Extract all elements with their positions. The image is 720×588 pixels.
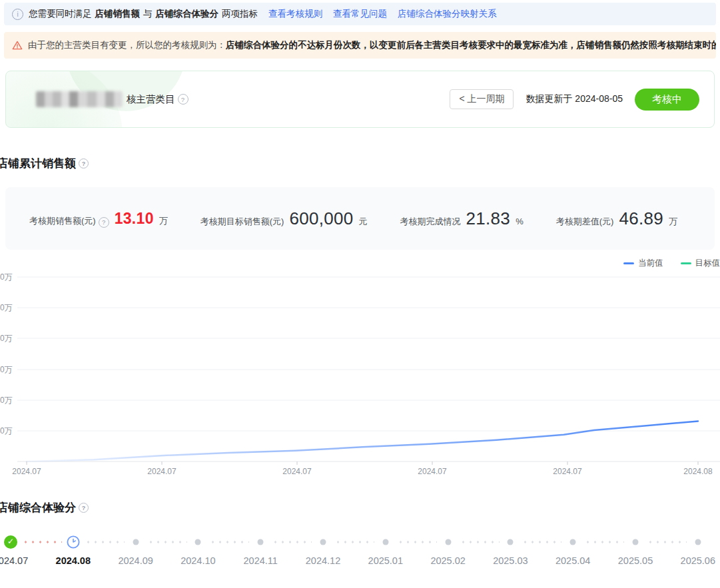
info-joiner: 与 [143,8,153,20]
timeline-label: 2025.02 [430,555,465,566]
x-axis-label: 2024.07 [553,467,581,476]
status-badge: 考核中 [635,89,699,111]
timeline-connector [272,541,312,543]
metric-label-text: 考核期目标销售额(元) [200,216,284,228]
dot-icon [442,535,455,549]
timeline-node-2024-11[interactable]: 2024.11 [254,535,267,549]
timeline-label: 2024.07 [0,555,28,566]
timeline-label: 2024.12 [306,555,340,566]
timeline-connector [22,541,62,543]
info-metric-experience: 店铺综合体验分 [156,8,219,20]
timeline-label: 2025.03 [493,555,528,566]
sales-section-title: 店铺累计销售额 ? [0,156,720,171]
masked-store-name [36,91,123,107]
category-label: 核主营类目 ? [127,93,188,106]
metric-value: 21.83 [466,208,511,229]
metric-gap: 考核期差值(元) 46.89 万 [556,208,677,229]
help-icon[interactable]: ? [79,503,89,513]
timeline-node-2024-07[interactable]: 2024.07 [4,535,17,549]
timeline-connector [334,541,374,543]
timeline-label: 2025.05 [618,555,653,566]
link-view-rules[interactable]: 查看考核规则 [268,8,322,20]
sales-title-text: 店铺累计销售额 [0,156,76,171]
timeline-connector [397,541,437,543]
help-icon[interactable]: ? [99,217,109,228]
warning-text-prefix: 由于您的主营类目有变更，所以您的考核规则为： [28,39,226,51]
metric-target-sales: 考核期目标销售额(元) 600,000 元 [200,208,368,229]
target-line-swatch [681,262,691,264]
metric-unit: 万 [159,215,168,227]
x-axis-label: 2024.07 [282,467,311,476]
metric-label-text: 考核期差值(元) [556,216,614,228]
dot-icon [129,535,143,549]
timeline-label: 2024.08 [56,555,91,566]
metric-value: 600,000 [289,208,353,229]
info-metric-sales: 店铺销售额 [95,8,141,20]
clock-icon [67,535,80,549]
info-banner-text: 您需要同时满足 店铺销售额 与 店铺综合体验分 两项指标 [29,8,258,20]
timeline-connector [85,541,125,543]
timeline-node-2025-04[interactable]: 2025.04 [566,535,579,549]
metric-period-sales: 考核期销售额(元) ? 13.10 万 [29,210,168,228]
timeline-label: 2025.06 [681,555,715,566]
x-axis-label: 2024.07 [12,467,41,476]
timeline-connector [647,541,687,543]
prev-period-button[interactable]: < 上一周期 [450,89,514,109]
timeline-node-2024-09[interactable]: 2024.09 [129,535,143,549]
assessment-page: i 您需要同时满足 店铺销售额 与 店铺综合体验分 两项指标 查看考核规则 查看… [0,0,720,588]
timeline-node-2025-02[interactable]: 2025.02 [442,535,455,549]
experience-section-title: 店铺综合体验分 ? [0,500,720,515]
dot-icon [691,535,705,549]
dot-icon [316,535,330,549]
timeline-node-2025-05[interactable]: 2025.05 [629,535,642,549]
warning-banner: 由于您的主营类目有变更，所以您的考核规则为： 店铺综合体验分的不达标月份次数，以… [4,32,716,59]
help-icon[interactable]: ? [79,158,89,168]
metric-completion: 考核期完成情况 21.83 % [400,208,524,229]
timeline-node-2024-12[interactable]: 2024.12 [316,535,330,549]
info-text-suffix: 两项指标 [222,8,258,20]
data-updated-text: 数据更新于 2024-08-05 [526,93,623,105]
timeline-node-2025-01[interactable]: 2025.01 [379,535,392,549]
metric-value: 46.89 [619,208,663,229]
dot-icon [629,535,642,549]
timeline-connector [584,541,624,543]
link-score-mapping[interactable]: 店铺综合体验分映射关系 [398,8,497,20]
metric-unit: 万 [669,216,677,228]
link-view-faq[interactable]: 查看常见问题 [333,8,387,20]
help-icon[interactable]: ? [178,94,188,105]
timeline-node-2024-08[interactable]: 2024.08 [67,535,80,549]
dot-icon [566,535,579,549]
timeline-node-2025-03[interactable]: 2025.03 [504,535,517,549]
dot-icon [254,535,267,549]
metric-label: 考核期销售额(元) ? [29,215,109,227]
score-timeline: 2024.07 2024.08 2024.09 2024.10 2024.11 [0,530,720,577]
timeline-connector [460,541,500,543]
metric-label-text: 考核期销售额(元) [29,215,96,227]
info-text-prefix: 您需要同时满足 [29,8,92,20]
x-axis-label: 2024.07 [418,467,446,476]
x-axis-label: 2024.08 [683,467,712,476]
dot-icon [504,535,517,549]
x-axis-ticks [27,461,698,465]
timeline-label: 2025.04 [555,555,590,566]
check-icon [4,535,17,549]
category-label-text: 核主营类目 [127,93,175,106]
sales-trend-chart-area: 当前值 目标值 0万 0万 0万 0万 0万 0万 [0,256,720,479]
timeline-label: 2024.10 [180,555,215,566]
timeline-label: 2024.11 [244,555,278,566]
info-banner: i 您需要同时满足 店铺销售额 与 店铺综合体验分 两项指标 查看考核规则 查看… [4,3,716,25]
current-line-swatch [623,262,634,264]
timeline-connector [209,541,249,543]
info-circle-icon: i [12,9,23,20]
metric-label-text: 考核期完成情况 [400,216,461,228]
chart-gridlines [17,277,720,431]
timeline-connector [147,541,187,543]
dot-icon [379,535,392,549]
x-axis-label: 2024.07 [147,467,176,476]
store-card: 核主营类目 ? < 上一周期 数据更新于 2024-08-05 考核中 [5,71,715,128]
timeline-node-2024-10[interactable]: 2024.10 [191,535,204,549]
timeline-node-2025-06[interactable]: 2025.06 [691,535,705,549]
metric-unit: % [516,216,524,226]
metrics-panel: 考核期销售额(元) ? 13.10 万 考核期目标销售额(元) 600,000 … [5,187,715,250]
warning-text-rule: 店铺综合体验分的不达标月份次数，以变更前后各主营类目考核要求中的最宽标准为准，店… [226,39,716,51]
